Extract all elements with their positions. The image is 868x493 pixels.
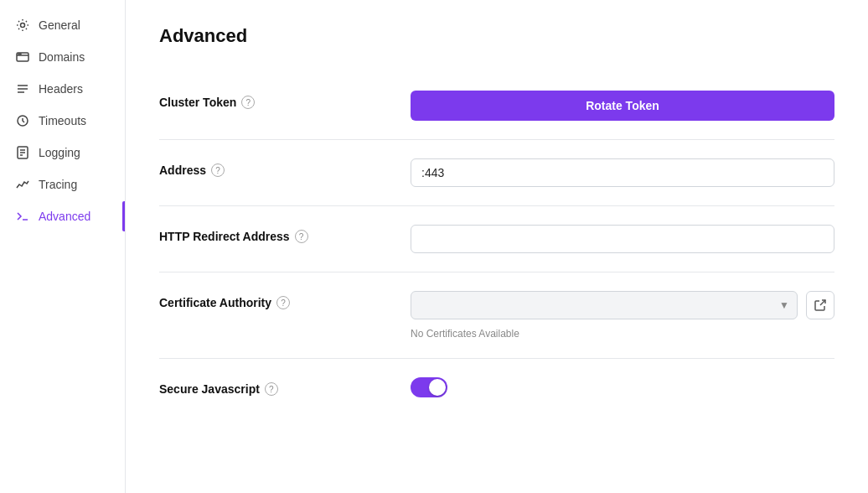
secure-javascript-help-icon[interactable]: ? — [265, 382, 278, 396]
certificate-authority-control: ▼ No Certificates Available — [411, 291, 834, 340]
logging-icon — [15, 145, 30, 160]
cluster-token-row: Cluster Token ? Rotate Token — [159, 72, 834, 140]
sidebar-item-advanced[interactable]: Advanced — [0, 201, 125, 231]
cluster-token-label: Cluster Token — [159, 96, 236, 109]
sidebar-item-general[interactable]: General — [0, 10, 125, 40]
advanced-icon — [15, 209, 30, 224]
secure-javascript-label-col: Secure Javascript ? — [159, 377, 394, 396]
address-input[interactable] — [411, 158, 834, 187]
cluster-token-control: Rotate Token — [411, 91, 834, 121]
sidebar-item-headers[interactable]: Headers — [0, 74, 125, 104]
address-control — [411, 158, 834, 187]
http-redirect-label: HTTP Redirect Address — [159, 230, 290, 243]
rotate-token-button[interactable]: Rotate Token — [411, 91, 834, 121]
secure-javascript-row: Secure Javascript ? — [159, 359, 834, 416]
sidebar-item-headers-label: Headers — [39, 82, 83, 96]
secure-javascript-toggle-wrap — [411, 377, 834, 397]
cluster-token-help-icon[interactable]: ? — [241, 96, 255, 109]
page-title: Advanced — [159, 25, 834, 47]
sidebar-item-tracing[interactable]: Tracing — [0, 169, 125, 200]
http-redirect-row: HTTP Redirect Address ? — [159, 206, 834, 272]
certificate-authority-label-col: Certificate Authority ? — [159, 291, 394, 309]
http-redirect-help-icon[interactable]: ? — [295, 230, 308, 243]
sidebar-item-timeouts[interactable]: Timeouts — [0, 106, 125, 136]
cluster-token-label-col: Cluster Token ? — [159, 91, 394, 109]
svg-point-0 — [21, 23, 25, 28]
address-label: Address — [159, 163, 206, 177]
http-redirect-label-col: HTTP Redirect Address ? — [159, 225, 394, 243]
address-label-col: Address ? — [159, 158, 394, 177]
sidebar-item-logging-label: Logging — [39, 146, 80, 159]
certificate-authority-row: Certificate Authority ? ▼ — [159, 272, 834, 359]
sidebar: General Domains Headers Ti — [0, 0, 126, 493]
gear-icon — [15, 18, 30, 33]
secure-javascript-label: Secure Javascript — [159, 382, 260, 396]
http-redirect-input[interactable] — [411, 225, 834, 253]
certificate-authority-row-inner: ▼ — [411, 291, 834, 319]
certificate-authority-select[interactable] — [411, 291, 798, 319]
sidebar-item-timeouts-label: Timeouts — [39, 114, 86, 127]
sidebar-item-domains-label: Domains — [39, 50, 85, 64]
toggle-thumb — [429, 379, 446, 396]
sidebar-item-general-label: General — [39, 18, 80, 32]
external-link-button[interactable] — [806, 291, 834, 319]
certificate-authority-select-wrapper: ▼ — [411, 291, 798, 319]
certificate-authority-hint: No Certificates Available — [411, 328, 834, 340]
http-redirect-control — [411, 225, 834, 253]
address-help-icon[interactable]: ? — [211, 163, 225, 177]
timeouts-icon — [15, 113, 30, 128]
headers-icon — [15, 81, 30, 96]
secure-javascript-toggle[interactable] — [411, 377, 447, 397]
address-row: Address ? — [159, 140, 834, 206]
sidebar-item-logging[interactable]: Logging — [0, 138, 125, 168]
domains-icon — [15, 49, 30, 65]
sidebar-item-domains[interactable]: Domains — [0, 42, 125, 72]
tracing-icon — [15, 177, 30, 192]
secure-javascript-control — [411, 377, 834, 397]
sidebar-item-advanced-label: Advanced — [39, 210, 90, 223]
svg-point-2 — [18, 54, 19, 54]
certificate-authority-label: Certificate Authority — [159, 296, 271, 309]
svg-point-3 — [20, 54, 21, 54]
main-content: Advanced Cluster Token ? Rotate Token Ad… — [126, 0, 868, 493]
sidebar-item-tracing-label: Tracing — [39, 178, 77, 191]
certificate-authority-help-icon[interactable]: ? — [276, 296, 290, 309]
